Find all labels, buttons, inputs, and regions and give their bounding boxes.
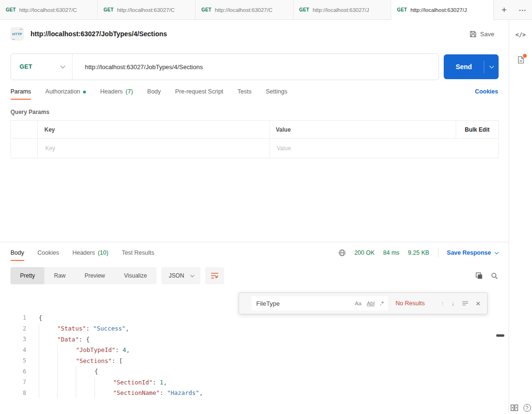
language-label: JSON [169,272,184,279]
tab-url-label: http://localhost:63027/C [19,7,77,13]
code-token: : [115,346,123,353]
request-tab-list: ParamsAuthorizationHeaders(7)BodyPre-req… [10,81,287,102]
query-params-header-row: Key Value Bulk Edit [11,121,498,139]
tab-method-label: GET [201,7,211,12]
indent-guide [39,377,57,388]
send-options-button[interactable] [484,54,499,79]
save-button[interactable]: Save [466,28,498,41]
response-arrow-icon: ← [11,37,16,41]
scrollbar-thumb[interactable] [496,334,504,337]
code-token: { [39,314,42,321]
chevron-down-icon [495,250,499,254]
code-token: "JobTypeId" [76,346,115,353]
tab-settings[interactable]: Settings [266,81,287,102]
tab-label: Headers [73,249,95,256]
help-icon[interactable]: ? [523,404,531,412]
copy-icon[interactable] [476,272,483,279]
code-token: 4 [123,346,126,353]
save-response-button[interactable]: Save Response [447,249,498,256]
more-options-icon[interactable]: ••• [516,6,529,14]
tab-pre-request-script[interactable]: Pre-request Script [175,81,223,102]
method-selector[interactable]: GET [11,54,72,80]
request-url-bar: GET [10,53,439,80]
regex-icon[interactable]: .* [380,300,384,306]
tab-params[interactable]: Params [10,81,31,102]
tab-method-label: GET [397,7,407,12]
response-tab-body[interactable]: Body [10,242,24,263]
menu-lines-icon[interactable] [462,300,469,306]
view-mode-pretty[interactable]: Pretty [10,267,44,284]
column-header-value: Value [276,126,291,133]
response-tab-headers[interactable]: Headers(10) [73,242,108,263]
response-tab-test-results[interactable]: Test Results [122,242,154,263]
tab-label: Authorization [45,88,80,95]
response-tabs: BodyCookiesHeaders(10)Test Results 200 O… [0,242,509,263]
workspace-tab[interactable]: GEThttp://localhost:63027/J [293,0,391,20]
whole-word-icon[interactable]: Abl [367,300,375,306]
view-mode-visualize[interactable]: Visualize [115,267,156,284]
tab-label: Headers [100,88,123,95]
status-badge[interactable]: 200 OK [355,249,375,256]
param-key-input[interactable] [44,145,263,152]
tab-headers[interactable]: Headers(7) [100,81,133,102]
globe-icon[interactable] [338,249,346,257]
code-token: "Hazards" [167,389,199,396]
response-time[interactable]: 84 ms [383,249,399,256]
tab-body[interactable]: Body [147,81,161,102]
response-panel: BodyCookiesHeaders(10)Test Results 200 O… [0,242,509,414]
code-token: , [163,379,167,386]
param-value-input[interactable] [276,145,450,152]
line-number: 4 [0,347,26,353]
wrap-lines-button[interactable] [205,267,224,284]
next-match-icon[interactable]: ↓ [451,300,455,307]
bulk-edit-button[interactable]: Bulk Edit [465,126,490,133]
send-button[interactable]: Send [444,54,499,79]
response-size[interactable]: 9.25 KB [408,249,429,256]
language-selector[interactable]: JSON [161,267,200,284]
find-toolbar: FileType Aa Abl .* No Results ↑ ↓ [239,292,488,314]
close-icon[interactable]: × [476,300,480,308]
tab-authorization[interactable]: Authorization [45,81,86,102]
code-line: 6{ [0,366,509,377]
view-mode-switcher: PrettyRawPreviewVisualize [10,267,156,284]
line-number: 3 [0,336,26,342]
row-select-column [11,139,38,158]
console-icon[interactable] [511,404,518,411]
previous-match-icon[interactable]: ↑ [441,300,444,307]
cookies-link[interactable]: Cookies [475,88,498,95]
url-row: GET Send [0,48,509,81]
search-icon[interactable] [491,272,498,279]
notification-dot [522,53,527,58]
workspace-tabbar: GEThttp://localhost:63027/CGEThttp://loc… [0,0,532,20]
code-snippet-icon[interactable]: </> [515,31,526,38]
url-input[interactable] [73,54,438,80]
save-icon [469,31,477,38]
query-params-title: Query Params [10,109,498,115]
tab-tests[interactable]: Tests [238,81,251,102]
workspace-tab[interactable]: GEThttp://localhost:63027/C [98,0,196,20]
code-token: : { [79,336,90,343]
tab-label: Tests [238,88,251,95]
tab-url-label: http://localhost:63027/J [313,7,369,13]
code-token: "Status" [57,325,86,332]
divider [438,248,438,257]
view-mode-raw[interactable]: Raw [44,267,75,284]
view-mode-preview[interactable]: Preview [75,267,115,284]
indent-guide [57,345,76,356]
tab-label: Pre-request Script [175,88,223,95]
indent-guide [94,388,113,399]
workspace-tab-active[interactable]: GEThttp://localhost:63027/J [391,0,494,20]
match-case-icon[interactable]: Aa [355,300,362,306]
new-tab-button[interactable]: + [499,4,510,15]
workspace-tab[interactable]: GEThttp://localhost:63027/C [0,0,98,20]
documentation-icon[interactable] [517,55,525,66]
workspace-tab[interactable]: GEThttp://localhost:63027/C [196,0,293,20]
response-tab-cookies[interactable]: Cookies [38,242,59,263]
tab-label: Settings [266,88,287,95]
find-input[interactable]: FileType Aa Abl .* [251,296,388,310]
tab-count-badge: (10) [98,249,108,256]
line-number: 7 [0,379,26,385]
tabbar-actions: + ••• [494,0,532,20]
response-body-editor[interactable]: FileType Aa Abl .* No Results ↑ ↓ [0,288,509,414]
tab-method-label: GET [104,7,114,12]
